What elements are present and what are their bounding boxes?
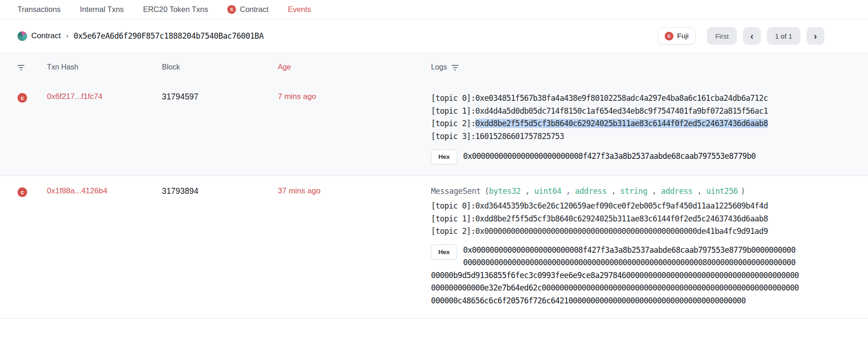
breadcrumb-section: Contract — [31, 31, 61, 41]
txn-hash-cell: 0x6f217...f1fc74 — [47, 92, 162, 164]
events-table: Txn Hash Block Age Logs c 0x6f217...f1fc… — [0, 53, 868, 319]
hex-toggle-button[interactable]: Hex — [431, 149, 457, 164]
breadcrumb: Contract › 0x5e67eA6d6f290F857c1888204b7… — [17, 31, 264, 41]
event-params: bytes32uint64addressstringaddressuint256 — [489, 186, 738, 196]
filter-icon[interactable] — [17, 64, 24, 70]
log-topic: [topic 1]:0xd4d4a5d0db05dc714f8150c1af65… — [431, 105, 824, 118]
contract-identicon — [17, 31, 27, 41]
event-row: c 0x6f217...f1fc74 31794597 7 mins ago [… — [0, 81, 868, 176]
pagination-toolbar: c Fuji First ‹ 1 of 1 › — [658, 27, 824, 45]
txn-hash-link[interactable]: 0x1f88a...4126b4 — [47, 186, 107, 195]
network-label: Fuji — [677, 32, 689, 40]
log-data-block: Hex 0x0000000000000000000000008f427f3a3a… — [431, 244, 799, 308]
log-data-block: Hex 0x0000000000000000000000008f427f3a3a… — [431, 149, 824, 164]
prev-page-button[interactable]: ‹ — [743, 27, 761, 45]
event-name: MessageSent — [431, 186, 481, 196]
tab-contract-label: Contract — [240, 5, 268, 14]
selected-topic-value: 0xdd8be2f5f5d5cf3b8640c62924025b311ae83c… — [475, 119, 768, 128]
table-header-row: Txn Hash Block Age Logs — [0, 53, 868, 81]
first-page-button[interactable]: First — [707, 27, 737, 45]
logs-cell: [topic 0]:0xe034851f567b38fa4a438e9f8010… — [431, 92, 824, 164]
contract-badge-icon: c — [227, 5, 236, 14]
logs-cell: MessageSent(bytes32uint64addressstringad… — [431, 186, 824, 307]
log-data-hex: 0x0000000000000000000000008f427f3a3a8b25… — [463, 150, 756, 163]
row-type-cell: c — [17, 186, 47, 307]
tab-transactions[interactable]: Transactions — [17, 5, 61, 14]
age-cell: 37 mins ago — [278, 186, 431, 307]
network-badge-fuji[interactable]: c Fuji — [658, 27, 696, 45]
block-cell: 31793894 — [162, 186, 278, 307]
column-header-txn-hash: Txn Hash — [47, 63, 162, 71]
event-signature: MessageSent(bytes32uint64addressstringad… — [431, 186, 824, 196]
contract-header: Contract › 0x5e67eA6d6f290F857c1888204b7… — [0, 19, 868, 52]
column-header-age[interactable]: Age — [278, 63, 431, 71]
contract-address: 0x5e67eA6d6f290F857c1888204b7540Bac76001… — [74, 31, 264, 41]
log-topic: [topic 3]:16015286601757825753 — [431, 130, 824, 143]
block-cell: 31794597 — [162, 92, 278, 164]
event-row: c 0x1f88a...4126b4 31793894 37 mins ago … — [0, 176, 868, 319]
tab-bar: Transactions Internal Txns ERC20 Token T… — [0, 0, 868, 19]
next-page-button[interactable]: › — [806, 27, 824, 45]
tab-internal-txns[interactable]: Internal Txns — [80, 5, 124, 14]
breadcrumb-separator-icon: › — [65, 31, 69, 41]
contract-method-icon: c — [17, 187, 27, 197]
hex-toggle-button[interactable]: Hex — [431, 244, 457, 260]
txn-hash-cell: 0x1f88a...4126b4 — [47, 186, 162, 307]
column-header-logs: Logs — [431, 63, 824, 71]
log-topic: [topic 1]:0xdd8be2f5f5d5cf3b8640c6292402… — [431, 213, 824, 226]
logs-filter-icon[interactable] — [452, 64, 459, 70]
column-header-block: Block — [162, 63, 278, 71]
filter-column — [17, 64, 47, 70]
txn-hash-link[interactable]: 0x6f217...f1fc74 — [47, 92, 103, 101]
network-c-icon: c — [665, 32, 673, 41]
page-indicator: 1 of 1 — [767, 27, 801, 45]
log-topic: [topic 0]:0xe034851f567b38fa4a438e9f8010… — [431, 92, 824, 105]
row-type-cell: c — [17, 92, 47, 164]
tab-erc20-token-txns[interactable]: ERC20 Token Txns — [143, 5, 208, 14]
contract-method-icon: c — [17, 93, 27, 103]
tab-events[interactable]: Events — [288, 5, 311, 14]
age-cell: 7 mins ago — [278, 92, 431, 164]
log-topic: [topic 2]:0xdd8be2f5f5d5cf3b8640c6292402… — [431, 117, 824, 130]
log-topic: [topic 2]:0x0000000000000000000000000000… — [431, 225, 824, 238]
tab-contract[interactable]: c Contract — [227, 5, 268, 14]
log-data-hex: 0x0000000000000000000000008f427f3a3a8b25… — [431, 245, 799, 305]
log-topic: [topic 0]:0xd36445359b3c6e26c120659aef09… — [431, 200, 824, 213]
